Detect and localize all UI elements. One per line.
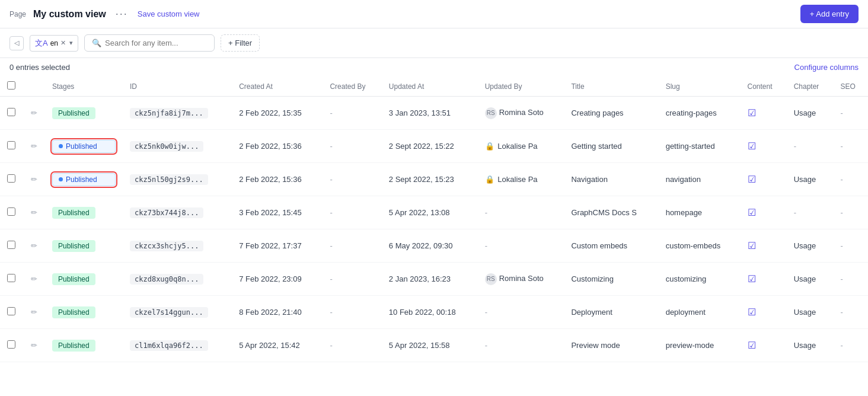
more-options-button[interactable]: ··· xyxy=(113,7,130,21)
entry-id[interactable]: ckz5nl50gj2s9... xyxy=(130,174,208,185)
edit-icon[interactable]: ✏ xyxy=(31,208,37,217)
add-entry-button[interactable]: + Add entry xyxy=(800,5,859,23)
lang-dropdown-icon[interactable]: ▾ xyxy=(69,39,73,47)
row-checkbox[interactable] xyxy=(7,207,15,216)
avatar: RS xyxy=(485,107,497,119)
header-created-at: Created At xyxy=(232,76,323,97)
row-seo: - xyxy=(834,296,868,329)
row-seo: - xyxy=(834,229,868,263)
row-edit-cell: ✏ xyxy=(24,229,45,263)
row-updated-at: 6 May 2022, 09:30 xyxy=(382,229,478,263)
row-created-at: 7 Feb 2022, 23:09 xyxy=(232,263,323,296)
save-custom-view-button[interactable]: Save custom view xyxy=(138,9,200,18)
row-updated-by: 🔒 Lokalise Pa xyxy=(478,163,564,196)
table-row: ✏ Publishedckz5nk0w0ijw...2 Feb 2022, 15… xyxy=(0,130,868,163)
edit-icon[interactable]: ✏ xyxy=(31,274,37,283)
edit-icon[interactable]: ✏ xyxy=(31,175,37,184)
row-seo: - xyxy=(834,329,868,362)
row-checkbox[interactable] xyxy=(7,274,15,282)
entry-id[interactable]: ckz73bx744j8... xyxy=(130,207,203,218)
header-created-by: Created By xyxy=(323,76,381,97)
lang-code: en xyxy=(50,39,58,47)
edit-icon[interactable]: ✏ xyxy=(31,341,37,350)
row-created-at: 5 Apr 2022, 15:42 xyxy=(232,329,323,362)
row-chapter: - xyxy=(787,196,834,229)
edit-icon[interactable]: ✏ xyxy=(31,308,37,317)
view-title: My custom view xyxy=(33,9,106,20)
content-icon[interactable]: ☑ xyxy=(748,307,756,317)
language-filter[interactable]: 文A en ✕ ▾ xyxy=(30,35,78,52)
header-edit xyxy=(24,76,45,97)
row-checkbox[interactable] xyxy=(7,141,15,149)
row-created-by: - xyxy=(323,229,381,263)
row-title: Navigation xyxy=(564,163,658,196)
row-slug: getting-started xyxy=(659,130,741,163)
edit-icon[interactable]: ✏ xyxy=(31,142,37,151)
edit-icon[interactable]: ✏ xyxy=(31,108,37,117)
entry-id[interactable]: ckz5nk0w0ijw... xyxy=(130,141,203,152)
content-icon[interactable]: ☑ xyxy=(748,340,756,350)
row-chapter: Usage xyxy=(787,163,834,196)
header-checkbox-cell xyxy=(0,76,24,97)
row-edit-cell: ✏ xyxy=(24,329,45,362)
row-checkbox[interactable] xyxy=(7,340,15,349)
content-icon[interactable]: ☑ xyxy=(748,108,756,118)
content-icon[interactable]: ☑ xyxy=(748,241,756,251)
row-created-by: - xyxy=(323,296,381,329)
row-updated-by: RSRomina Soto xyxy=(478,97,564,130)
header-id: ID xyxy=(123,76,232,97)
row-content: ☑ xyxy=(741,196,787,229)
search-input[interactable] xyxy=(105,39,207,47)
filter-button[interactable]: + Filter xyxy=(221,34,260,52)
row-stage-cell: Published xyxy=(45,196,123,229)
stage-badge: Published xyxy=(52,173,116,186)
row-seo: - xyxy=(834,163,868,196)
content-icon[interactable]: ☑ xyxy=(748,141,756,151)
row-checkbox[interactable] xyxy=(7,307,15,315)
row-slug: homepage xyxy=(659,196,741,229)
row-chapter: Usage xyxy=(787,329,834,362)
row-content: ☑ xyxy=(741,229,787,263)
row-created-at: 2 Feb 2022, 15:35 xyxy=(232,97,323,130)
row-edit-cell: ✏ xyxy=(24,196,45,229)
edit-icon[interactable]: ✏ xyxy=(31,241,37,250)
row-slug: custom-embeds xyxy=(659,229,741,263)
entries-bar: 0 entries selected Configure columns xyxy=(0,58,868,76)
row-title: Preview mode xyxy=(564,329,658,362)
entry-id[interactable]: ckzel7s14ggun... xyxy=(130,307,208,318)
avatar: RS xyxy=(485,273,497,285)
configure-columns-button[interactable]: Configure columns xyxy=(794,63,859,72)
content-icon[interactable]: ☑ xyxy=(748,274,756,284)
content-icon[interactable]: ☑ xyxy=(748,174,756,184)
row-title: Getting started xyxy=(564,130,658,163)
search-icon: 🔍 xyxy=(92,39,101,47)
row-id-cell: ckzcx3shcjy5... xyxy=(123,229,232,263)
page-label: Page xyxy=(9,10,26,18)
collapse-button[interactable]: ◁ xyxy=(9,36,24,50)
table-row: ✏Publishedckzcx3shcjy5...7 Feb 2022, 17:… xyxy=(0,229,868,263)
stage-badge: Published xyxy=(52,340,95,352)
remove-lang-button[interactable]: ✕ xyxy=(60,39,66,47)
row-id-cell: ckz5njfa8ij7m... xyxy=(123,97,232,130)
row-title: GraphCMS Docs S xyxy=(564,196,658,229)
row-stage-cell: Published xyxy=(45,163,123,196)
row-content: ☑ xyxy=(741,263,787,296)
entry-id[interactable]: ckzcx3shcjy5... xyxy=(130,241,203,251)
row-checkbox-cell xyxy=(0,196,24,229)
table-row: ✏Publishedckz5njfa8ij7m...2 Feb 2022, 15… xyxy=(0,97,868,130)
select-all-checkbox[interactable] xyxy=(7,81,15,90)
row-checkbox[interactable] xyxy=(7,174,15,183)
stage-badge: Published xyxy=(52,240,95,252)
entry-id[interactable]: cl1m6xlqa96f2... xyxy=(130,340,208,351)
translate-icon: 文A xyxy=(35,38,48,49)
entry-id[interactable]: ckzd8xug0q8n... xyxy=(130,274,203,285)
table-row: ✏Publishedcl1m6xlqa96f2...5 Apr 2022, 15… xyxy=(0,329,868,362)
row-slug: customizing xyxy=(659,263,741,296)
row-created-by: - xyxy=(323,163,381,196)
header-stages: Stages xyxy=(45,76,123,97)
table-row: ✏Publishedckz73bx744j8...3 Feb 2022, 15:… xyxy=(0,196,868,229)
entry-id[interactable]: ckz5njfa8ij7m... xyxy=(130,108,208,119)
content-icon[interactable]: ☑ xyxy=(748,207,756,218)
row-checkbox[interactable] xyxy=(7,108,15,116)
row-checkbox[interactable] xyxy=(7,241,15,249)
